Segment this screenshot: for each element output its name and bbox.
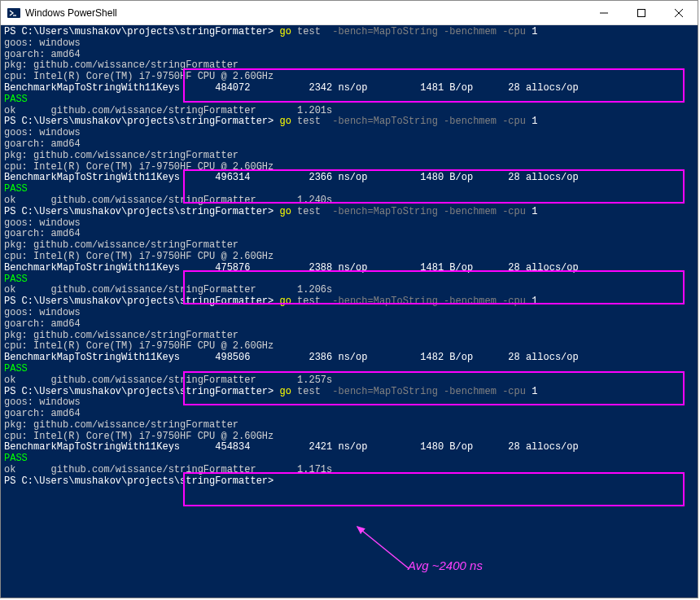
terminal-line: cpu: Intel(R) Core(TM) i7-9750HF CPU @ 2… <box>4 162 694 173</box>
terminal-line: goos: windows <box>4 308 694 319</box>
terminal-line: pkg: github.com/wissance/stringFormatter <box>4 60 694 72</box>
terminal-line: goos: windows <box>4 397 694 409</box>
terminal-line: goarch: amd64 <box>4 139 694 151</box>
minimize-button[interactable] <box>585 1 623 24</box>
terminal-line: pkg: github.com/wissance/stringFormatter <box>4 240 694 252</box>
terminal-line: PS C:\Users\mushakov\projects\stringForm… <box>4 116 694 128</box>
terminal-line: PASS <box>4 364 694 375</box>
terminal-line: PS C:\Users\mushakov\projects\stringForm… <box>4 296 694 308</box>
close-button[interactable] <box>660 1 698 24</box>
terminal-line: PS C:\Users\mushakov\projects\stringForm… <box>4 387 694 398</box>
window-title: Windows PowerShell <box>25 7 585 19</box>
terminal-line: ok github.com/wissance/stringFormatter 1… <box>4 285 694 296</box>
svg-rect-3 <box>638 9 645 16</box>
terminal-line: goarch: amd64 <box>4 319 694 331</box>
terminal-line: goarch: amd64 <box>4 229 694 240</box>
terminal-line: BenchmarkMapToStringWith11Keys 475876 23… <box>4 263 694 274</box>
terminal-line: PASS <box>4 184 694 195</box>
terminal-line: BenchmarkMapToStringWith11Keys 496314 23… <box>4 173 694 184</box>
powershell-window: Windows PowerShell PS C:\Users\mushakov\… <box>0 0 698 598</box>
terminal-line: pkg: github.com/wissance/stringFormatter <box>4 420 694 431</box>
terminal-line: PASS <box>4 274 694 286</box>
terminal-line: pkg: github.com/wissance/stringFormatter <box>4 151 694 162</box>
terminal-line: ok github.com/wissance/stringFormatter 1… <box>4 375 694 387</box>
terminal-line: ok github.com/wissance/stringFormatter 1… <box>4 106 694 117</box>
annotation-arrow <box>351 522 416 575</box>
terminal-line: goos: windows <box>4 128 694 139</box>
terminal-area[interactable]: PS C:\Users\mushakov\projects\stringForm… <box>1 25 698 598</box>
terminal-line: cpu: Intel(R) Core(TM) i7-9750HF CPU @ 2… <box>4 72 694 83</box>
terminal-line: PASS <box>4 453 694 465</box>
svg-line-7 <box>357 527 409 569</box>
terminal-line: PS C:\Users\mushakov\projects\stringForm… <box>4 476 694 488</box>
terminal-line: ok github.com/wissance/stringFormatter 1… <box>4 195 694 207</box>
titlebar[interactable]: Windows PowerShell <box>1 1 698 25</box>
terminal-line: PS C:\Users\mushakov\projects\stringForm… <box>4 207 694 218</box>
terminal-line: BenchmarkMapToStringWith11Keys 484072 23… <box>4 83 694 94</box>
terminal-line: BenchmarkMapToStringWith11Keys 454834 24… <box>4 442 694 453</box>
annotation-label: Avg ~2400 ns <box>408 560 483 572</box>
terminal-line: goos: windows <box>4 218 694 230</box>
maximize-button[interactable] <box>623 1 660 24</box>
terminal-line: goos: windows <box>4 38 694 50</box>
terminal-line: cpu: Intel(R) Core(TM) i7-9750HF CPU @ 2… <box>4 341 694 353</box>
powershell-icon <box>7 7 20 20</box>
terminal-line: cpu: Intel(R) Core(TM) i7-9750HF CPU @ 2… <box>4 252 694 263</box>
terminal-line: BenchmarkMapToStringWith11Keys 498506 23… <box>4 353 694 364</box>
terminal-line: PS C:\Users\mushakov\projects\stringForm… <box>4 27 694 38</box>
terminal-line: ok github.com/wissance/stringFormatter 1… <box>4 465 694 476</box>
window-controls <box>585 1 698 24</box>
terminal-line: cpu: Intel(R) Core(TM) i7-9750HF CPU @ 2… <box>4 431 694 443</box>
terminal-line: pkg: github.com/wissance/stringFormatter <box>4 331 694 342</box>
terminal-line: goarch: amd64 <box>4 409 694 420</box>
terminal-line: PASS <box>4 94 694 106</box>
terminal-line: goarch: amd64 <box>4 50 694 61</box>
